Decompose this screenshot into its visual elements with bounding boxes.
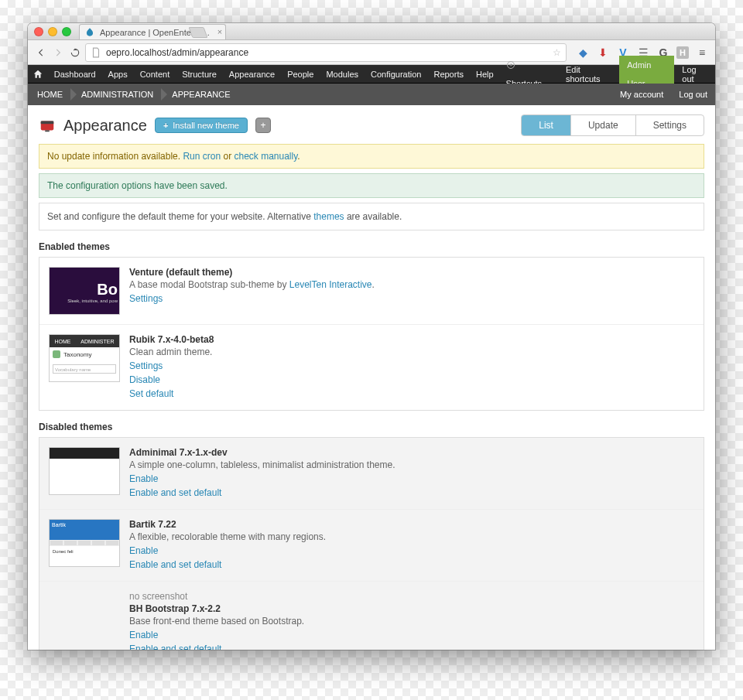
window-zoom-button[interactable]: [62, 27, 71, 36]
forward-button[interactable]: [51, 46, 65, 60]
bartik-thumbnail: Bartik Donec feli: [49, 519, 120, 567]
bartik-enable-default-link[interactable]: Enable and set default: [129, 558, 694, 572]
breadcrumb-bar: HOME ADMINISTRATION APPEARANCE My accoun…: [28, 84, 715, 105]
edit-shortcuts-link[interactable]: Edit shortcuts: [558, 65, 619, 84]
help-text: Set and configure the default theme for …: [39, 203, 704, 230]
bh-no-screenshot: no screenshot: [129, 591, 694, 602]
rubik-set-default-link[interactable]: Set default: [129, 387, 694, 401]
themes-help-link[interactable]: themes: [313, 211, 344, 222]
bh-desc: Base front-end theme based on Bootstrap.: [129, 616, 694, 627]
disabled-themes-heading: Disabled themes: [39, 422, 704, 432]
status-message: The configuration options have been save…: [39, 173, 704, 198]
menu-content[interactable]: Content: [134, 65, 176, 84]
install-new-theme-label: Install new theme: [173, 121, 239, 130]
install-new-theme-button[interactable]: + Install new theme: [155, 118, 248, 133]
bh-name: BH Bootstrap 7.x-2.2: [129, 603, 694, 614]
adminimal-enable-link[interactable]: Enable: [129, 472, 694, 486]
rubik-desc: Clean admin theme.: [129, 347, 694, 357]
menu-dashboard[interactable]: Dashboard: [48, 65, 102, 84]
theme-bartik: Bartik Donec feli Bartik 7.22 A flexible…: [39, 509, 704, 581]
bh-enable-link[interactable]: Enable: [129, 628, 694, 642]
disabled-themes-list: Adminimal 7.x-1.x-dev A simple one-colum…: [39, 437, 704, 650]
venture-thumb-title: Bo: [97, 282, 118, 297]
page-title: Appearance: [63, 117, 147, 135]
plus-icon: +: [163, 121, 168, 130]
menu-people[interactable]: People: [281, 65, 320, 84]
page-content: Appearance + Install new theme + List Up…: [28, 105, 715, 650]
help-post: are available.: [344, 211, 402, 222]
venture-thumb-sub: Sleek, intuitive, and pow: [67, 299, 118, 303]
run-cron-link[interactable]: Run cron: [183, 151, 221, 162]
admin-toolbar: Dashboard Apps Content Structure Appeara…: [28, 65, 715, 84]
bartik-name: Bartik 7.22: [129, 519, 694, 530]
tab-update[interactable]: Update: [570, 115, 635, 135]
home-icon[interactable]: [28, 69, 48, 80]
bh-enable-default-link[interactable]: Enable and set default: [129, 642, 694, 650]
svg-rect-2: [41, 121, 54, 125]
tab-close-icon[interactable]: ×: [217, 27, 222, 36]
secondary-logout-link[interactable]: Log out: [671, 84, 715, 105]
appearance-icon: [39, 117, 56, 134]
check-manually-link[interactable]: check manually: [235, 151, 298, 162]
warning-mid: or: [221, 151, 234, 162]
drupal-favicon: [84, 27, 95, 38]
rubik-disable-link[interactable]: Disable: [129, 373, 694, 387]
levelten-link[interactable]: LevelTen Interactive: [289, 279, 372, 290]
adminimal-desc: A simple one-column, tableless, minimali…: [129, 459, 694, 470]
theme-venture: Bo Sleek, intuitive, and pow Venture (de…: [39, 258, 704, 324]
window-close-button[interactable]: [34, 27, 43, 36]
bartik-enable-link[interactable]: Enable: [129, 544, 694, 558]
reload-button[interactable]: [68, 46, 82, 60]
svg-rect-3: [45, 130, 50, 131]
address-bar[interactable]: ☆: [85, 43, 567, 62]
breadcrumb-administration[interactable]: ADMINISTRATION: [72, 84, 163, 105]
window-minimize-button[interactable]: [48, 27, 57, 36]
venture-desc: A base modal Bootstrap sub-theme by Leve…: [129, 279, 694, 290]
theme-bh-bootstrap: no screenshot BH Bootstrap 7.x-2.2 Base …: [39, 581, 704, 650]
browser-window: Appearance | OpenEnterpr… × ☆ ◆ ⬇ V ☰ G …: [28, 23, 715, 650]
menu-modules[interactable]: Modules: [320, 65, 365, 84]
menu-reports[interactable]: Reports: [427, 65, 470, 84]
warning-post: .: [297, 151, 300, 162]
tab-list[interactable]: List: [522, 115, 570, 135]
rubik-thumbnail: HOMEADMINISTER Taxonomy Vocabulary name: [49, 334, 120, 382]
enabled-themes-heading: Enabled themes: [39, 241, 704, 252]
menu-help[interactable]: Help: [470, 65, 500, 84]
menu-appearance[interactable]: Appearance: [223, 65, 281, 84]
page-header: Appearance + Install new theme + List Up…: [28, 105, 715, 144]
venture-name: Venture (default theme): [129, 267, 694, 278]
adminimal-name: Adminimal 7.x-1.x-dev: [129, 447, 694, 458]
back-button[interactable]: [34, 46, 48, 60]
menu-apps[interactable]: Apps: [102, 65, 134, 84]
theme-rubik: HOMEADMINISTER Taxonomy Vocabulary name …: [39, 324, 704, 410]
help-pre: Set and configure the default theme for …: [47, 211, 313, 222]
venture-settings-link[interactable]: Settings: [129, 292, 694, 306]
breadcrumb-appearance[interactable]: APPEARANCE: [163, 84, 239, 105]
tab-settings[interactable]: Settings: [635, 115, 704, 135]
add-button[interactable]: +: [255, 118, 271, 133]
toolbar-logout-link[interactable]: Log out: [674, 65, 715, 84]
warning-pre: No update information available.: [47, 151, 183, 162]
theme-adminimal: Adminimal 7.x-1.x-dev A simple one-colum…: [39, 438, 704, 509]
bartik-desc: A flexible, recolorable theme with many …: [129, 531, 694, 542]
enabled-themes-list: Bo Sleek, intuitive, and pow Venture (de…: [39, 257, 704, 411]
adminimal-enable-default-link[interactable]: Enable and set default: [129, 486, 694, 500]
page-icon: [91, 47, 101, 58]
bh-thumbnail-placeholder: [49, 591, 120, 639]
rubik-name: Rubik 7.x-4.0-beta8: [129, 334, 694, 345]
venture-thumbnail: Bo Sleek, intuitive, and pow: [49, 267, 120, 315]
warning-message: No update information available. Run cro…: [39, 144, 704, 169]
breadcrumb-home[interactable]: HOME: [28, 84, 72, 105]
url-input[interactable]: [106, 47, 548, 58]
my-account-link[interactable]: My account: [612, 84, 671, 105]
menu-configuration[interactable]: Configuration: [365, 65, 427, 84]
adminimal-thumbnail: [49, 447, 120, 495]
rubik-settings-link[interactable]: Settings: [129, 359, 694, 373]
menu-structure[interactable]: Structure: [176, 65, 223, 84]
page-tabs: List Update Settings: [521, 114, 704, 136]
